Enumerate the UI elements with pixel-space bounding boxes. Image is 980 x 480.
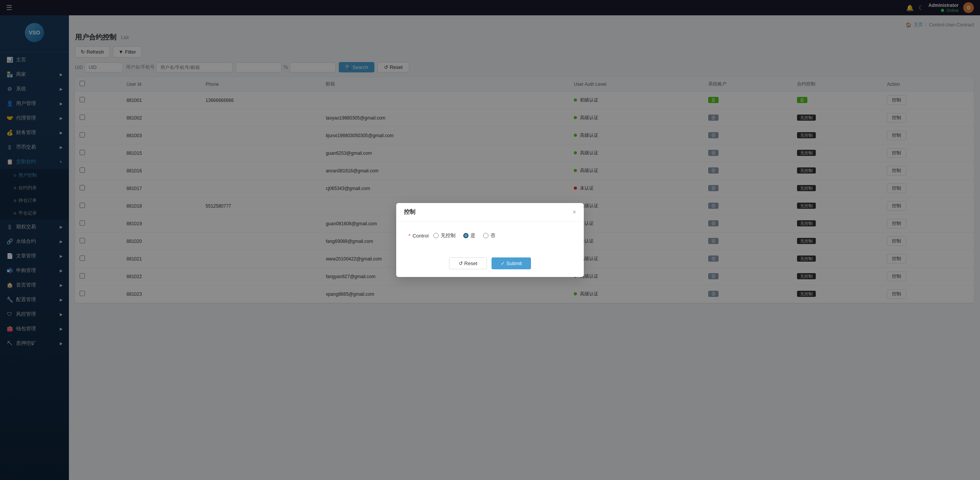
radio-no-control[interactable]: 无控制 <box>433 232 456 239</box>
modal-submit-button[interactable]: ✓ Submit <box>492 257 531 269</box>
radio-group: 无控制 是 否 <box>433 232 495 239</box>
modal-submit-icon: ✓ <box>501 260 505 266</box>
modal-footer: ↺ Reset ✓ Submit <box>396 253 584 277</box>
modal-title: 控制 <box>404 208 415 216</box>
radio-input-yes[interactable] <box>463 233 469 238</box>
required-star: * <box>408 233 410 239</box>
radio-label-yes: 是 <box>470 232 475 239</box>
radio-input-no[interactable] <box>483 233 488 238</box>
radio-label-no: 否 <box>490 232 495 239</box>
modal-dialog: 控制 × * Control 无控制 是 <box>396 203 584 277</box>
modal-control-label: Control <box>413 233 429 239</box>
modal-reset-label: Reset <box>464 260 477 266</box>
modal-overlay[interactable]: 控制 × * Control 无控制 是 <box>0 0 980 480</box>
radio-label-none: 无控制 <box>441 232 456 239</box>
radio-no[interactable]: 否 <box>483 232 495 239</box>
control-label: * Control <box>408 233 429 239</box>
modal-reset-icon: ↺ <box>459 260 463 266</box>
modal-close-button[interactable]: × <box>573 209 576 215</box>
modal-form-row: * Control 无控制 是 否 <box>408 232 572 239</box>
modal-reset-button[interactable]: ↺ Reset <box>449 257 487 269</box>
radio-input-none[interactable] <box>433 233 439 238</box>
modal-submit-label: Submit <box>506 260 522 266</box>
modal-header: 控制 × <box>396 203 584 221</box>
radio-yes[interactable]: 是 <box>463 232 475 239</box>
modal-body: * Control 无控制 是 否 <box>396 221 584 253</box>
